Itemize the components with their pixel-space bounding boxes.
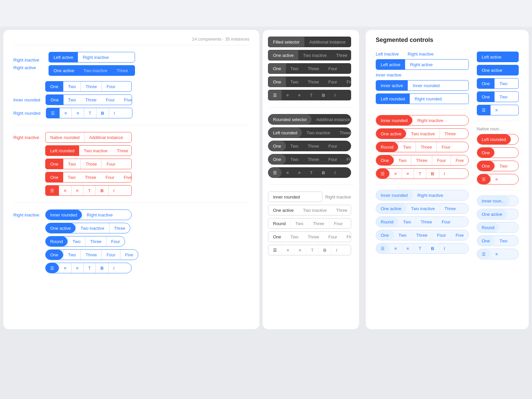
rc-two-red[interactable]: Two xyxy=(398,142,416,152)
seg-icon-align-left-outline[interactable]: ☰ xyxy=(46,263,59,273)
rc-two-lb-4[interactable]: Two xyxy=(394,230,411,240)
rc2-icon-center[interactable]: ≡ xyxy=(491,105,503,115)
rc-icon-center-lb[interactable]: ≡ xyxy=(390,243,402,253)
rc-icon-i-lb[interactable]: I xyxy=(439,243,450,253)
rc-three-lb-4[interactable]: Three xyxy=(411,230,432,240)
seg-three[interactable]: Three xyxy=(81,81,101,91)
rc2-two[interactable]: Two xyxy=(495,78,512,88)
rc-two-inactive-lb[interactable]: Two inactive xyxy=(406,203,440,213)
seg-five-rounded-4[interactable]: Five xyxy=(342,154,351,164)
seg-round-active[interactable]: Round xyxy=(46,236,67,246)
seg-icon-t-rounded[interactable]: T xyxy=(305,168,317,178)
seg-two-dark-4[interactable]: Two xyxy=(286,77,303,87)
rc-four-red[interactable]: Four xyxy=(437,142,455,152)
seg-one-red[interactable]: One xyxy=(46,159,63,169)
seg-three-five-outline[interactable]: Three xyxy=(81,250,101,260)
seg-btn-three[interactable]: Three xyxy=(112,66,133,75)
rc2-one-active-lb[interactable]: One active xyxy=(477,209,507,219)
seg-icon-align-right[interactable]: ≡ xyxy=(72,108,84,118)
seg-icon-align-center-red[interactable]: ≡ xyxy=(59,186,71,196)
rc-one-lb-4[interactable]: One xyxy=(376,230,394,240)
rc-three-red[interactable]: Three xyxy=(440,129,461,139)
rc2-two-red[interactable]: Two xyxy=(495,161,512,171)
rc2-left-rounded-red[interactable]: Left rounded xyxy=(477,134,511,144)
seg-icon-left-rounded[interactable]: ☰ xyxy=(268,168,282,178)
seg-one-active-gray[interactable]: One active xyxy=(268,205,298,215)
seg-three-rounded-3[interactable]: Three xyxy=(303,141,324,151)
rc-left-rounded[interactable]: Left rounded xyxy=(376,94,410,104)
seg-icon-center-dark[interactable]: ≡ xyxy=(282,90,294,100)
seg-additional-1[interactable]: Additinal instance xyxy=(84,132,128,142)
seg-icon-b-red[interactable]: B xyxy=(96,186,108,196)
seg-four-gray-3[interactable]: Four xyxy=(329,218,347,228)
seg-icon-left-dark[interactable]: ☰ xyxy=(268,90,282,100)
seg-icon-center-rounded[interactable]: ≡ xyxy=(282,168,294,178)
seg-two-gray-4[interactable]: Two xyxy=(286,232,303,242)
seg-four[interactable]: Four xyxy=(102,81,120,91)
seg-right-inactive-outline[interactable]: Right inactive xyxy=(82,210,117,220)
seg-filled-selector[interactable]: Filled selector xyxy=(268,37,304,47)
rc-three-lb[interactable]: Three xyxy=(440,203,461,213)
rc-icon-i-red[interactable]: I xyxy=(439,169,450,179)
rc-three-red-4[interactable]: Three xyxy=(411,155,432,165)
seg-icon-align-right-red[interactable]: ≡ xyxy=(71,186,83,196)
rc2-one-2[interactable]: One xyxy=(477,92,495,102)
seg-four-round[interactable]: Four xyxy=(106,236,125,246)
rc2-one-active[interactable]: One active xyxy=(477,65,507,75)
rc-icon-left-red[interactable]: ☰ xyxy=(376,169,389,179)
seg-one-dark-3[interactable]: One xyxy=(268,64,286,73)
seg-three-gray-3[interactable]: Three xyxy=(308,218,329,228)
seg-one-dark-4[interactable]: One xyxy=(268,77,286,87)
seg-inner-rounded-gray[interactable]: Inner rounded xyxy=(268,192,305,202)
seg-icon-b-rounded[interactable]: B xyxy=(317,168,330,178)
seg-three-dark-4[interactable]: Three xyxy=(303,77,324,87)
rc2-inner-rounded-lb[interactable]: Inner roun... xyxy=(477,196,510,206)
rc-three-red-2[interactable]: Three xyxy=(416,142,437,152)
seg-icon-t[interactable]: T xyxy=(84,108,96,118)
rc-inner-rounded-lb[interactable]: Inner rounded xyxy=(376,190,412,200)
rc2-icon-left[interactable]: ☰ xyxy=(477,105,490,115)
seg-two-red[interactable]: Two xyxy=(64,159,81,169)
rc-inner-active[interactable]: Inner active xyxy=(376,80,408,90)
seg-two[interactable]: Two xyxy=(64,81,81,91)
rc2-icon-center-lb[interactable]: ≡ xyxy=(491,249,503,259)
seg-additional-instance[interactable]: Additional instance xyxy=(305,37,350,47)
rc-icon-center-red[interactable]: ≡ xyxy=(390,169,402,179)
seg-two-five-outline[interactable]: Two xyxy=(64,250,81,260)
seg-icon-i[interactable]: I xyxy=(109,108,120,118)
seg-round-gray[interactable]: Round xyxy=(268,218,290,228)
seg-four-gray-4[interactable]: Four xyxy=(324,232,342,242)
rc-one-active-red[interactable]: One active xyxy=(376,129,406,139)
seg-one-active-dark[interactable]: One active xyxy=(268,50,298,60)
seg-one-rounded-4[interactable]: One xyxy=(268,154,286,164)
rc-round-lb[interactable]: Round xyxy=(376,217,398,227)
seg-icon-center-outline[interactable]: ≡ xyxy=(59,263,71,273)
seg-one-rounded-3[interactable]: One xyxy=(268,141,286,151)
rc-five-red-4[interactable]: Five xyxy=(451,155,468,165)
seg-btn-one-active[interactable]: One active xyxy=(49,66,79,75)
seg-three-red3[interactable]: Three xyxy=(80,172,101,182)
seg-two-rounded-4[interactable]: Two xyxy=(286,154,303,164)
seg-icon-i-red[interactable]: I xyxy=(109,186,119,196)
rc-five-lb-4[interactable]: Five xyxy=(451,230,468,240)
seg-icon-b-gray[interactable]: B xyxy=(319,245,331,255)
seg-icon-t-red[interactable]: T xyxy=(83,186,95,196)
seg-icon-right-outline[interactable]: ≡ xyxy=(71,263,83,273)
seg-one-five[interactable]: One xyxy=(46,95,64,105)
seg-three-dark-3[interactable]: Three xyxy=(303,64,324,73)
seg-additional-2[interactable]: Additinal instance xyxy=(312,114,351,124)
seg-five-dark-4[interactable]: Five xyxy=(342,77,351,87)
seg-icon-b-dark[interactable]: B xyxy=(317,90,330,100)
seg-two-rounded-3[interactable]: Two xyxy=(286,141,303,151)
seg-icon-left-gray[interactable]: ☰ xyxy=(268,245,282,255)
rc-two-red-4[interactable]: Two xyxy=(394,155,411,165)
seg-icon-right-rounded[interactable]: ≡ xyxy=(294,168,306,178)
rc-icon-b-red[interactable]: B xyxy=(426,169,439,179)
seg-icon-right-gray[interactable]: ≡ xyxy=(294,245,306,255)
seg-three-five[interactable]: Three xyxy=(80,95,101,105)
seg-icon-t-outline[interactable]: T xyxy=(83,263,95,273)
seg-two-dark-3[interactable]: Two xyxy=(286,64,303,73)
seg-four-dark-4[interactable]: Four xyxy=(324,77,342,87)
rc-one-active-lb[interactable]: One active xyxy=(376,203,406,213)
rc-icon-right-lb[interactable]: ≡ xyxy=(402,243,414,253)
